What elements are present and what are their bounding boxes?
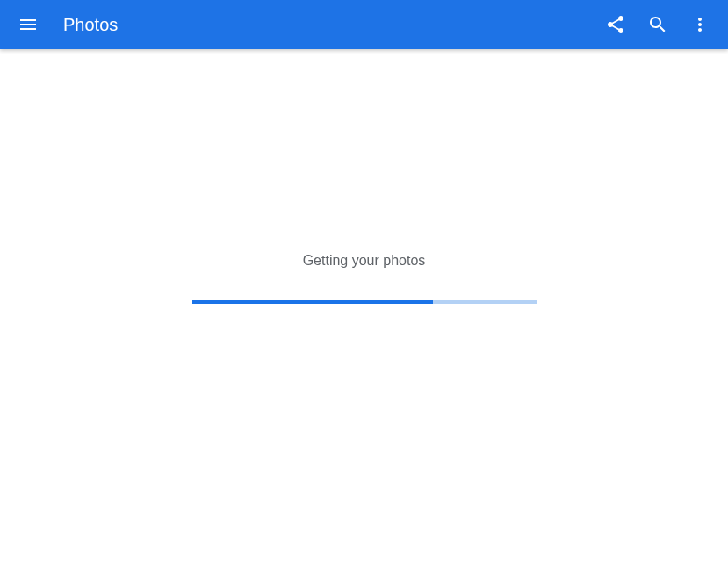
hamburger-icon (18, 14, 39, 35)
progress-fill (192, 300, 433, 304)
loading-text: Getting your photos (303, 253, 426, 269)
search-button[interactable] (637, 4, 679, 46)
more-button[interactable] (679, 4, 721, 46)
app-bar: Photos (0, 0, 728, 49)
app-title: Photos (63, 15, 118, 35)
main-content: Getting your photos (0, 49, 728, 569)
more-vert-icon (689, 14, 710, 35)
share-button[interactable] (595, 4, 637, 46)
search-icon (647, 14, 668, 35)
share-icon (605, 14, 626, 35)
menu-button[interactable] (7, 4, 49, 46)
progress-bar (192, 300, 537, 304)
